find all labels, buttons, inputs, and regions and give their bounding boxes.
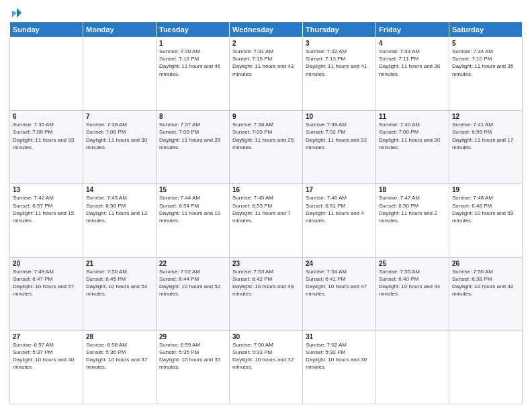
- day-cell: 16Sunrise: 7:45 AMSunset: 6:53 PMDayligh…: [230, 184, 303, 257]
- day-cell: 25Sunrise: 7:55 AMSunset: 6:40 PMDayligh…: [376, 257, 449, 330]
- col-header-saturday: Saturday: [449, 22, 523, 38]
- day-cell: 7Sunrise: 7:36 AMSunset: 7:06 PMDaylight…: [83, 111, 157, 184]
- day-info: Sunrise: 7:40 AMSunset: 7:00 PMDaylight:…: [379, 121, 446, 151]
- col-header-wednesday: Wednesday: [230, 22, 303, 38]
- day-info: Sunrise: 7:37 AMSunset: 7:05 PMDaylight:…: [159, 121, 226, 151]
- day-number: 1: [159, 40, 226, 47]
- day-cell: 20Sunrise: 7:49 AMSunset: 6:47 PMDayligh…: [10, 257, 83, 330]
- day-info: Sunrise: 7:44 AMSunset: 6:54 PMDaylight:…: [159, 194, 226, 224]
- day-number: 6: [13, 113, 80, 120]
- day-info: Sunrise: 7:48 AMSunset: 6:48 PMDaylight:…: [452, 194, 519, 224]
- day-cell: 21Sunrise: 7:50 AMSunset: 6:45 PMDayligh…: [83, 257, 157, 330]
- day-number: 4: [379, 40, 446, 47]
- day-info: Sunrise: 7:53 AMSunset: 6:42 PMDaylight:…: [232, 268, 300, 298]
- day-number: 16: [232, 186, 300, 193]
- day-number: 12: [452, 113, 519, 120]
- svg-marker-1: [12, 10, 17, 17]
- day-cell: [449, 330, 523, 404]
- day-info: Sunrise: 7:31 AMSunset: 7:15 PMDaylight:…: [232, 48, 300, 78]
- col-header-friday: Friday: [376, 22, 449, 38]
- calendar-header-row: SundayMondayTuesdayWednesdayThursdayFrid…: [10, 22, 523, 38]
- day-info: Sunrise: 7:50 AMSunset: 6:45 PMDaylight:…: [86, 268, 153, 298]
- day-info: Sunrise: 7:49 AMSunset: 6:47 PMDaylight:…: [13, 268, 80, 298]
- day-number: 15: [159, 186, 226, 193]
- week-row-2: 13Sunrise: 7:42 AMSunset: 6:57 PMDayligh…: [10, 184, 523, 257]
- day-info: Sunrise: 6:58 AMSunset: 5:36 PMDaylight:…: [86, 341, 153, 371]
- day-info: Sunrise: 7:56 AMSunset: 6:38 PMDaylight:…: [452, 268, 519, 298]
- week-row-1: 6Sunrise: 7:35 AMSunset: 7:08 PMDaylight…: [10, 111, 523, 184]
- day-cell: [10, 38, 83, 111]
- week-row-3: 20Sunrise: 7:49 AMSunset: 6:47 PMDayligh…: [10, 257, 523, 330]
- week-row-0: 1Sunrise: 7:30 AMSunset: 7:16 PMDaylight…: [10, 38, 523, 111]
- day-number: 7: [86, 113, 153, 120]
- day-cell: 4Sunrise: 7:33 AMSunset: 7:11 PMDaylight…: [376, 38, 449, 111]
- day-cell: 6Sunrise: 7:35 AMSunset: 7:08 PMDaylight…: [10, 111, 83, 184]
- day-number: 25: [379, 260, 446, 267]
- col-header-tuesday: Tuesday: [157, 22, 230, 38]
- day-number: 5: [452, 40, 519, 47]
- day-info: Sunrise: 7:33 AMSunset: 7:11 PMDaylight:…: [379, 48, 446, 78]
- col-header-sunday: Sunday: [10, 22, 83, 38]
- day-cell: 5Sunrise: 7:34 AMSunset: 7:10 PMDaylight…: [449, 38, 523, 111]
- day-cell: 17Sunrise: 7:46 AMSunset: 6:51 PMDayligh…: [303, 184, 376, 257]
- day-info: Sunrise: 7:45 AMSunset: 6:53 PMDaylight:…: [232, 194, 300, 224]
- day-cell: 12Sunrise: 7:41 AMSunset: 6:59 PMDayligh…: [449, 111, 523, 184]
- day-info: Sunrise: 7:38 AMSunset: 7:03 PMDaylight:…: [232, 121, 300, 151]
- day-info: Sunrise: 7:36 AMSunset: 7:06 PMDaylight:…: [86, 121, 153, 151]
- day-info: Sunrise: 7:39 AMSunset: 7:02 PMDaylight:…: [306, 121, 373, 151]
- day-cell: 28Sunrise: 6:58 AMSunset: 5:36 PMDayligh…: [83, 330, 157, 404]
- day-number: 30: [232, 333, 300, 340]
- day-number: 17: [306, 186, 373, 193]
- day-cell: 13Sunrise: 7:42 AMSunset: 6:57 PMDayligh…: [10, 184, 83, 257]
- day-number: 23: [232, 260, 300, 267]
- day-number: 14: [86, 186, 153, 193]
- day-number: 9: [232, 113, 300, 120]
- col-header-monday: Monday: [83, 22, 157, 38]
- day-info: Sunrise: 7:52 AMSunset: 6:44 PMDaylight:…: [159, 268, 226, 298]
- day-info: Sunrise: 7:02 AMSunset: 5:32 PMDaylight:…: [306, 341, 373, 371]
- day-cell: 1Sunrise: 7:30 AMSunset: 7:16 PMDaylight…: [157, 38, 230, 111]
- day-cell: 31Sunrise: 7:02 AMSunset: 5:32 PMDayligh…: [303, 330, 376, 404]
- day-number: 8: [159, 113, 226, 120]
- day-cell: 11Sunrise: 7:40 AMSunset: 7:00 PMDayligh…: [376, 111, 449, 184]
- day-number: 10: [306, 113, 373, 120]
- day-cell: 29Sunrise: 6:59 AMSunset: 5:35 PMDayligh…: [157, 330, 230, 404]
- day-info: Sunrise: 7:54 AMSunset: 6:41 PMDaylight:…: [306, 268, 373, 298]
- day-info: Sunrise: 6:57 AMSunset: 5:37 PMDaylight:…: [13, 341, 80, 371]
- day-info: Sunrise: 7:00 AMSunset: 5:33 PMDaylight:…: [232, 341, 300, 371]
- week-row-4: 27Sunrise: 6:57 AMSunset: 5:37 PMDayligh…: [10, 330, 523, 404]
- day-number: 19: [452, 186, 519, 193]
- day-number: 2: [232, 40, 300, 47]
- day-cell: 30Sunrise: 7:00 AMSunset: 5:33 PMDayligh…: [230, 330, 303, 404]
- day-cell: 15Sunrise: 7:44 AMSunset: 6:54 PMDayligh…: [157, 184, 230, 257]
- day-info: Sunrise: 7:34 AMSunset: 7:10 PMDaylight:…: [452, 48, 519, 78]
- day-cell: [376, 330, 449, 404]
- day-number: 11: [379, 113, 446, 120]
- day-info: Sunrise: 7:32 AMSunset: 7:13 PMDaylight:…: [306, 48, 373, 78]
- day-info: Sunrise: 7:55 AMSunset: 6:40 PMDaylight:…: [379, 268, 446, 298]
- day-number: 21: [86, 260, 153, 267]
- day-cell: 9Sunrise: 7:38 AMSunset: 7:03 PMDaylight…: [230, 111, 303, 184]
- day-number: 22: [159, 260, 226, 267]
- day-cell: 3Sunrise: 7:32 AMSunset: 7:13 PMDaylight…: [303, 38, 376, 111]
- day-cell: 27Sunrise: 6:57 AMSunset: 5:37 PMDayligh…: [10, 330, 83, 404]
- day-cell: 26Sunrise: 7:56 AMSunset: 6:38 PMDayligh…: [449, 257, 523, 330]
- day-cell: 18Sunrise: 7:47 AMSunset: 6:50 PMDayligh…: [376, 184, 449, 257]
- day-info: Sunrise: 7:46 AMSunset: 6:51 PMDaylight:…: [306, 194, 373, 224]
- calendar: SundayMondayTuesdayWednesdayThursdayFrid…: [9, 21, 523, 404]
- day-cell: 2Sunrise: 7:31 AMSunset: 7:15 PMDaylight…: [230, 38, 303, 111]
- day-info: Sunrise: 7:43 AMSunset: 6:56 PMDaylight:…: [86, 194, 153, 224]
- logo-icon: [11, 7, 23, 19]
- day-cell: 24Sunrise: 7:54 AMSunset: 6:41 PMDayligh…: [303, 257, 376, 330]
- day-cell: 23Sunrise: 7:53 AMSunset: 6:42 PMDayligh…: [230, 257, 303, 330]
- logo: [9, 7, 23, 16]
- day-info: Sunrise: 7:30 AMSunset: 7:16 PMDaylight:…: [159, 48, 226, 78]
- day-cell: 22Sunrise: 7:52 AMSunset: 6:44 PMDayligh…: [157, 257, 230, 330]
- day-number: 13: [13, 186, 80, 193]
- day-number: 28: [86, 333, 153, 340]
- day-number: 27: [13, 333, 80, 340]
- day-cell: 8Sunrise: 7:37 AMSunset: 7:05 PMDaylight…: [157, 111, 230, 184]
- day-info: Sunrise: 7:41 AMSunset: 6:59 PMDaylight:…: [452, 121, 519, 151]
- day-number: 26: [452, 260, 519, 267]
- day-info: Sunrise: 7:42 AMSunset: 6:57 PMDaylight:…: [13, 194, 80, 224]
